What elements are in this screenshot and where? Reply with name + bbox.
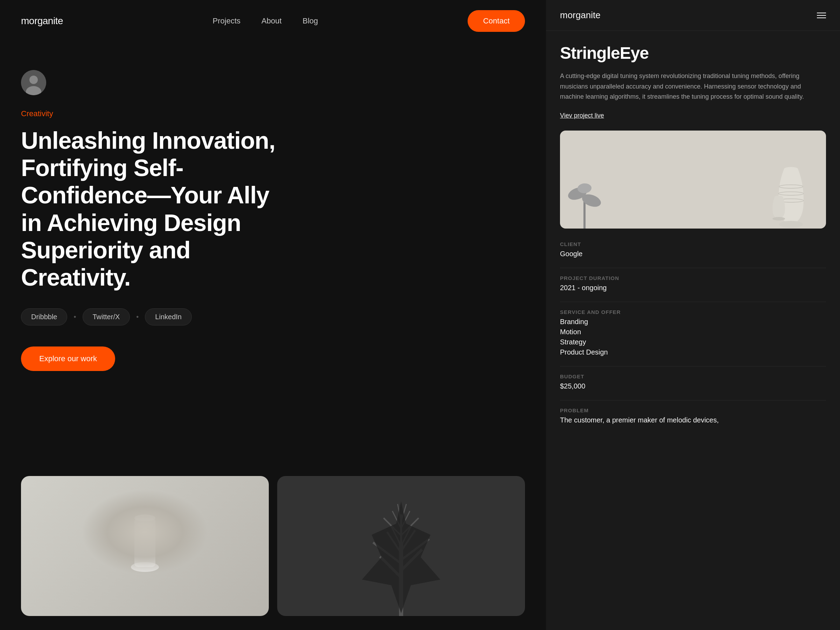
sidebar-logo: morganite <box>560 10 601 21</box>
svg-line-21 <box>398 504 401 521</box>
hamburger-line-3 <box>817 17 826 18</box>
svg-point-6 <box>136 522 153 528</box>
duration-section: PROJECT DURATION 2021 - ongoing <box>560 275 826 292</box>
service-branding: Branding <box>560 318 826 326</box>
divider-3 <box>560 366 826 366</box>
budget-section: BUDGET $25,000 <box>560 373 826 390</box>
service-product-design: Product Design <box>560 348 826 356</box>
svg-point-5 <box>131 562 159 572</box>
svg-point-28 <box>779 221 803 228</box>
client-section: CLIENT Google <box>560 241 826 258</box>
svg-line-15 <box>401 525 412 546</box>
service-label: SERVICE AND OFFER <box>560 309 826 315</box>
portfolio-card-2[interactable] <box>277 476 525 616</box>
client-value: Google <box>560 250 826 258</box>
vase-decoration <box>766 159 815 229</box>
project-title: StringleEye <box>560 43 826 63</box>
problem-label: PROBLEM <box>560 407 826 413</box>
portfolio-grid <box>0 462 546 630</box>
card-2-image <box>277 476 525 616</box>
main-logo: morganite <box>21 16 63 27</box>
client-label: CLIENT <box>560 241 826 247</box>
hamburger-line-2 <box>817 15 826 16</box>
sidebar: morganite StringleEye A cutting-edge dig… <box>546 0 840 630</box>
linkedin-link[interactable]: LinkedIn <box>145 308 192 325</box>
svg-line-14 <box>391 525 401 546</box>
nav-links: Projects About Blog <box>213 16 318 25</box>
project-image <box>560 131 826 229</box>
contact-button[interactable]: Contact <box>467 10 525 32</box>
service-section: SERVICE AND OFFER Branding Motion Strate… <box>560 309 826 356</box>
budget-label: BUDGET <box>560 373 826 379</box>
svg-line-18 <box>401 518 418 535</box>
svg-line-11 <box>401 539 429 560</box>
svg-line-12 <box>387 532 401 553</box>
card-1-image <box>21 476 269 616</box>
explore-button[interactable]: Explore our work <box>21 346 115 371</box>
svg-line-17 <box>384 518 401 535</box>
twitter-link[interactable]: Twitter/X <box>83 308 130 325</box>
svg-rect-4 <box>134 518 155 567</box>
portfolio-card-1[interactable] <box>21 476 269 616</box>
svg-point-33 <box>772 217 785 221</box>
svg-point-3 <box>134 515 155 521</box>
separator-1: • <box>74 313 76 321</box>
hero-headline: Unleashing Innovation, Fortifying Self-C… <box>21 127 294 291</box>
dribbble-link[interactable]: Dribbble <box>21 308 67 325</box>
divider-2 <box>560 302 826 302</box>
budget-value: $25,000 <box>560 382 826 390</box>
main-content: morganite Projects About Blog Contact Cr… <box>0 0 546 630</box>
svg-line-10 <box>373 543 401 564</box>
svg-line-13 <box>401 530 415 551</box>
problem-value: The customer, a premier maker of melodic… <box>560 416 826 424</box>
divider-1 <box>560 268 826 268</box>
hamburger-line-1 <box>817 13 826 13</box>
svg-line-19 <box>392 511 401 529</box>
service-motion: Motion <box>560 328 826 336</box>
divider-4 <box>560 400 826 400</box>
plant-decoration <box>567 152 602 229</box>
services-list: Branding Motion Strategy Product Design <box>560 318 826 356</box>
svg-line-20 <box>401 511 410 529</box>
main-nav: morganite Projects About Blog Contact <box>0 0 546 42</box>
svg-line-8 <box>380 556 401 578</box>
sidebar-content: StringleEye A cutting-edge digital tunin… <box>546 31 840 630</box>
nav-about[interactable]: About <box>261 16 282 25</box>
project-description: A cutting-edge digital tuning system rev… <box>560 71 826 102</box>
problem-section: PROBLEM The customer, a premier maker of… <box>560 407 826 424</box>
duration-label: PROJECT DURATION <box>560 275 826 281</box>
svg-line-9 <box>401 549 422 570</box>
view-project-link[interactable]: Viev project live <box>560 112 826 119</box>
hero-section: Creativity Unleashing Innovation, Fortif… <box>0 42 546 462</box>
svg-point-1 <box>29 76 38 84</box>
social-links: Dribbble • Twitter/X • LinkedIn <box>21 308 525 325</box>
nav-projects[interactable]: Projects <box>213 16 240 25</box>
service-strategy: Strategy <box>560 338 826 346</box>
avatar <box>21 70 46 95</box>
separator-2: • <box>136 313 139 321</box>
duration-value: 2021 - ongoing <box>560 284 826 292</box>
creativity-label: Creativity <box>21 109 525 118</box>
nav-blog[interactable]: Blog <box>303 16 318 25</box>
sidebar-nav: morganite <box>546 0 840 31</box>
menu-icon[interactable] <box>817 13 826 18</box>
